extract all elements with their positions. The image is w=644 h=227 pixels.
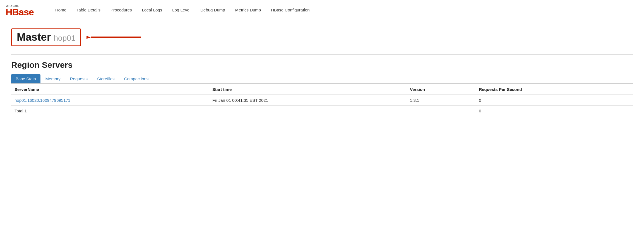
master-row: Master hop01 [11, 28, 633, 46]
cell-start-time: Fri Jan 01 00:41:35 EST 2021 [209, 95, 407, 106]
nav-item-table-details[interactable]: Table Details [71, 0, 105, 20]
total-version [407, 106, 475, 116]
tab-memory[interactable]: Memory [41, 74, 65, 83]
total-requests: 0 [475, 106, 633, 116]
tab-base-stats[interactable]: Base Stats [11, 74, 40, 83]
section-divider [11, 54, 633, 55]
arrow-icon [86, 30, 142, 44]
col-server-name: ServerName [11, 84, 209, 95]
master-host: hop01 [54, 34, 76, 43]
nav-item-procedures[interactable]: Procedures [105, 0, 137, 20]
region-servers-title: Region Servers [11, 60, 633, 70]
logo-area: APACHE HBase [6, 3, 42, 17]
cell-server-name: hop01,16020,1609479695171 [11, 95, 209, 106]
total-row: Total:1 0 [11, 106, 633, 116]
server-name-link[interactable]: hop01,16020,1609479695171 [15, 98, 70, 103]
nav-item-hbase-config[interactable]: HBase Configuration [266, 0, 314, 20]
cell-version: 1.3.1 [407, 95, 475, 106]
region-servers-table: ServerName Start time Version Requests P… [11, 84, 633, 116]
col-start-time: Start time [209, 84, 407, 95]
table-header-row: ServerName Start time Version Requests P… [11, 84, 633, 95]
nav-item-log-level[interactable]: Log Level [167, 0, 195, 20]
nav-item-local-logs[interactable]: Local Logs [137, 0, 167, 20]
nav-item-debug-dump[interactable]: Debug Dump [195, 0, 230, 20]
nav-item-metrics-dump[interactable]: Metrics Dump [230, 0, 266, 20]
main-nav: APACHE HBase Home Table Details Procedur… [0, 0, 644, 20]
hbase-logo: APACHE HBase [6, 3, 42, 17]
tab-storefiles[interactable]: Storefiles [93, 74, 119, 83]
tab-compactions[interactable]: Compactions [120, 74, 153, 83]
col-version: Version [407, 84, 475, 95]
total-label: Total:1 [11, 106, 209, 116]
table-row: hop01,16020,1609479695171 Fri Jan 01 00:… [11, 95, 633, 106]
arrow-area [86, 30, 142, 44]
main-content: Master hop01 Region Servers Base Stats M… [0, 20, 644, 125]
tab-row: Base Stats Memory Requests Storefiles Co… [11, 74, 633, 84]
tab-requests[interactable]: Requests [66, 74, 92, 83]
master-box: Master hop01 [11, 28, 81, 46]
total-start-time [209, 106, 407, 116]
cell-requests-per-second: 0 [475, 95, 633, 106]
nav-item-home[interactable]: Home [50, 0, 71, 20]
nav-links: Home Table Details Procedures Local Logs… [50, 0, 315, 20]
svg-text:HBase: HBase [6, 7, 34, 17]
master-title: Master [17, 31, 51, 43]
col-requests-per-second: Requests Per Second [475, 84, 633, 95]
